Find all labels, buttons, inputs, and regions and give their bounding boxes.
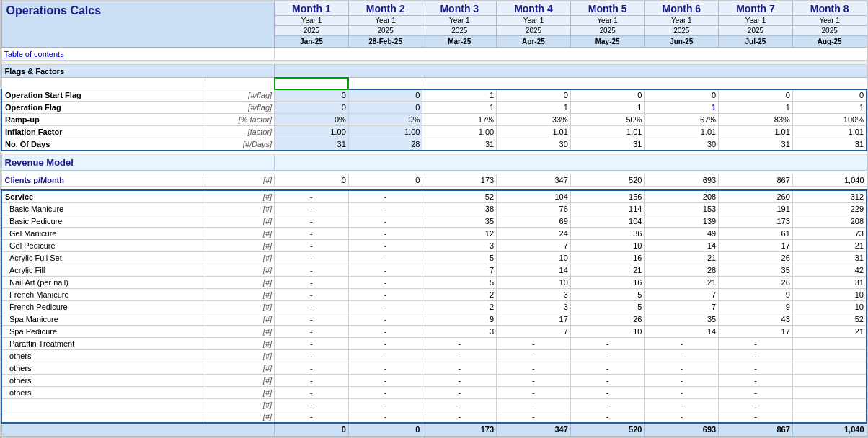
op-start-flag-m1[interactable]: 0 <box>275 89 349 102</box>
others-2-m1[interactable]: - <box>275 362 349 374</box>
ramp-up-m7[interactable]: 83% <box>719 114 793 126</box>
nail-art-m1[interactable]: - <box>275 276 349 288</box>
spa-manicure-m2[interactable]: - <box>348 313 422 325</box>
others-1-m1[interactable]: - <box>275 349 349 362</box>
gel-manicure-m3[interactable]: 12 <box>422 227 497 239</box>
ramp-up-m2[interactable]: 0% <box>348 114 422 126</box>
paraffin-m5[interactable]: - <box>570 337 645 349</box>
spa-pedicure-m2[interactable]: - <box>348 325 422 337</box>
french-pedicure-m8[interactable]: 10 <box>792 300 867 313</box>
spa-pedicure-m8[interactable]: 21 <box>792 325 867 337</box>
ramp-up-m6[interactable]: 67% <box>645 114 719 126</box>
gel-manicure-m4[interactable]: 24 <box>497 227 571 239</box>
ramp-up-m4[interactable]: 33% <box>497 114 571 126</box>
french-manicure-m1[interactable]: - <box>275 288 349 300</box>
empty-2-m6[interactable]: - <box>645 411 719 423</box>
gel-manicure-m7[interactable]: 61 <box>719 227 793 239</box>
days-m2[interactable]: 28 <box>348 138 422 151</box>
basic-pedicure-m3[interactable]: 35 <box>422 215 497 227</box>
others-4-m1[interactable]: - <box>275 386 349 398</box>
nail-art-m7[interactable]: 26 <box>719 276 793 288</box>
french-pedicure-m4[interactable]: 3 <box>497 300 571 313</box>
gel-manicure-m1[interactable]: - <box>275 227 349 239</box>
paraffin-m3[interactable]: - <box>422 337 497 349</box>
op-start-flag-m8[interactable]: 0 <box>792 89 867 102</box>
inflation-m6[interactable]: 1.01 <box>645 126 719 138</box>
basic-pedicure-m8[interactable]: 208 <box>792 215 867 227</box>
french-pedicure-m6[interactable]: 7 <box>645 300 719 313</box>
service-m5[interactable]: 156 <box>570 190 645 202</box>
french-manicure-m5[interactable]: 5 <box>570 288 645 300</box>
days-m5[interactable]: 31 <box>570 138 645 151</box>
others-2-m4[interactable]: - <box>497 362 571 374</box>
basic-manicure-m1[interactable]: - <box>275 202 349 215</box>
spa-pedicure-m5[interactable]: 10 <box>570 325 645 337</box>
others-1-m2[interactable]: - <box>348 349 422 362</box>
gel-manicure-m2[interactable]: - <box>348 227 422 239</box>
empty-1-m7[interactable]: - <box>719 398 793 411</box>
green-cell[interactable] <box>275 78 349 89</box>
service-m1[interactable]: - <box>275 190 349 202</box>
paraffin-m7[interactable]: - <box>719 337 793 349</box>
acrylic-full-set-m3[interactable]: 5 <box>422 251 497 264</box>
paraffin-m6[interactable]: - <box>645 337 719 349</box>
acrylic-fill-m7[interactable]: 35 <box>719 264 793 276</box>
others-3-m7[interactable]: - <box>719 374 793 386</box>
acrylic-fill-m8[interactable]: 42 <box>792 264 867 276</box>
op-start-flag-m5[interactable]: 0 <box>570 89 645 102</box>
french-manicure-m4[interactable]: 3 <box>497 288 571 300</box>
others-4-m7[interactable]: - <box>719 386 793 398</box>
gel-pedicure-m6[interactable]: 14 <box>645 239 719 251</box>
spa-pedicure-m6[interactable]: 14 <box>645 325 719 337</box>
op-start-flag-m6[interactable]: 0 <box>645 89 719 102</box>
french-manicure-m7[interactable]: 9 <box>719 288 793 300</box>
gel-manicure-m5[interactable]: 36 <box>570 227 645 239</box>
acrylic-full-set-m4[interactable]: 10 <box>497 251 571 264</box>
ramp-up-m1[interactable]: 0% <box>275 114 349 126</box>
service-m6[interactable]: 208 <box>645 190 719 202</box>
inflation-m3[interactable]: 1.00 <box>422 126 497 138</box>
spa-pedicure-m1[interactable]: - <box>275 325 349 337</box>
op-start-flag-m3[interactable]: 1 <box>422 89 497 102</box>
acrylic-full-set-m8[interactable]: 31 <box>792 251 867 264</box>
others-1-m6[interactable]: - <box>645 349 719 362</box>
basic-manicure-m2[interactable]: - <box>348 202 422 215</box>
gel-pedicure-m4[interactable]: 7 <box>497 239 571 251</box>
others-1-m4[interactable]: - <box>497 349 571 362</box>
acrylic-full-set-m7[interactable]: 26 <box>719 251 793 264</box>
basic-manicure-m5[interactable]: 114 <box>570 202 645 215</box>
spa-manicure-m4[interactable]: 17 <box>497 313 571 325</box>
op-start-flag-m7[interactable]: 0 <box>719 89 793 102</box>
gel-manicure-m6[interactable]: 49 <box>645 227 719 239</box>
spa-manicure-m6[interactable]: 35 <box>645 313 719 325</box>
acrylic-fill-m1[interactable]: - <box>275 264 349 276</box>
french-pedicure-m3[interactable]: 2 <box>422 300 497 313</box>
spa-pedicure-m7[interactable]: 17 <box>719 325 793 337</box>
ramp-up-m5[interactable]: 50% <box>570 114 645 126</box>
op-flag-m4[interactable]: 1 <box>497 102 571 114</box>
spa-pedicure-m3[interactable]: 3 <box>422 325 497 337</box>
gel-pedicure-m5[interactable]: 10 <box>570 239 645 251</box>
empty-1-m6[interactable]: - <box>645 398 719 411</box>
others-4-m2[interactable]: - <box>348 386 422 398</box>
inflation-m2[interactable]: 1.00 <box>348 126 422 138</box>
clients-m2[interactable]: 0 <box>348 174 422 187</box>
paraffin-m1[interactable]: - <box>275 337 349 349</box>
basic-manicure-m8[interactable]: 229 <box>792 202 867 215</box>
others-4-m5[interactable]: - <box>570 386 645 398</box>
ramp-up-m3[interactable]: 17% <box>422 114 497 126</box>
french-manicure-m3[interactable]: 2 <box>422 288 497 300</box>
basic-pedicure-m1[interactable]: - <box>275 215 349 227</box>
op-flag-m6[interactable]: 1 <box>645 102 719 114</box>
op-flag-m3[interactable]: 1 <box>422 102 497 114</box>
service-m2[interactable]: - <box>348 190 422 202</box>
french-manicure-m8[interactable]: 10 <box>792 288 867 300</box>
clients-m1[interactable]: 0 <box>275 174 349 187</box>
others-2-m3[interactable]: - <box>422 362 497 374</box>
op-start-flag-m4[interactable]: 0 <box>497 89 571 102</box>
others-2-m6[interactable]: - <box>645 362 719 374</box>
others-2-m8[interactable] <box>792 362 867 374</box>
service-m4[interactable]: 104 <box>497 190 571 202</box>
days-m6[interactable]: 30 <box>645 138 719 151</box>
others-1-m3[interactable]: - <box>422 349 497 362</box>
